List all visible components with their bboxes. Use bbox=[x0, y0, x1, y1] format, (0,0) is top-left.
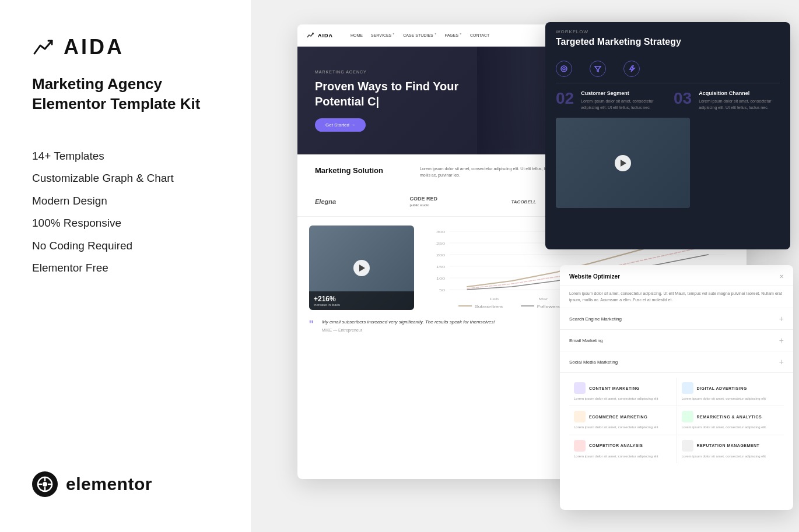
dark-steps: 02 Customer Segment Lorem ipsum dolor si… bbox=[545, 83, 790, 118]
trend-up-icon bbox=[32, 35, 57, 59]
right-panel: WORKFLOW Targeted Marketing Strategy bbox=[251, 0, 799, 532]
expand-icon[interactable]: + bbox=[779, 357, 784, 367]
service-icon-row: CONTENT MARKETING bbox=[574, 382, 672, 394]
nav-logo: AIDA bbox=[307, 33, 333, 38]
svg-point-1 bbox=[43, 482, 47, 487]
white-card-screenshot: Website Optimizer ✕ Lorem ipsum dolor si… bbox=[560, 265, 793, 510]
service-name: REPUTATION MANAGEMENT bbox=[697, 443, 760, 448]
svg-text:50: 50 bbox=[439, 288, 445, 293]
service-item: REPUTATION MANAGEMENT Lorem ipsum dolor … bbox=[677, 435, 784, 463]
service-name: DIGITAL ADVERTISING bbox=[697, 386, 747, 390]
dark-video-thumb bbox=[556, 118, 690, 208]
service-desc: Lorem ipsum dolor sit amet, consectetur … bbox=[682, 425, 780, 429]
white-card-title: Website Optimizer bbox=[569, 273, 620, 280]
brand-logo-codered: CODE REDpublic studio bbox=[410, 196, 438, 207]
nav-logo-text: AIDA bbox=[318, 33, 333, 38]
svg-text:Subscribers: Subscribers bbox=[475, 305, 503, 309]
svg-text:Feb: Feb bbox=[489, 297, 499, 301]
ecommerce-icon bbox=[574, 411, 586, 422]
target-icon bbox=[556, 61, 572, 77]
feature-item: Modern Design bbox=[32, 193, 219, 210]
service-item: REMARKETING & ANALYTICS Lorem ipsum dolo… bbox=[677, 406, 784, 434]
service-icon-row: COMPETITOR ANALYSIS bbox=[574, 440, 672, 452]
hero-content: MARKETING AGENCY Proven Ways to Find You… bbox=[315, 70, 458, 132]
feature-item: Customizable Graph & Chart bbox=[32, 170, 219, 187]
nav-links: HOME SERVICES ˅ CASE STUDIES ˅ PAGES ˅ C… bbox=[351, 33, 489, 38]
service-item: COMPETITOR ANALYSIS Lorem ipsum dolor si… bbox=[569, 435, 677, 463]
service-name: COMPETITOR ANALYSIS bbox=[589, 443, 643, 448]
testimonial-text: My email subscribers increased very sign… bbox=[322, 319, 495, 326]
step-number: 03 bbox=[674, 90, 692, 111]
item-text: Search Engine Marketing bbox=[569, 316, 622, 322]
competitor-icon bbox=[574, 440, 586, 452]
feature-item: 100% Responsive bbox=[32, 215, 219, 232]
service-name: REMARKETING & ANALYTICS bbox=[697, 415, 762, 419]
elementor-icon bbox=[32, 471, 58, 497]
dark-subtitle: WORKFLOW bbox=[556, 29, 780, 34]
svg-text:200: 200 bbox=[436, 253, 445, 258]
service-name: ECOMMERCE MARKETING bbox=[589, 415, 647, 419]
dark-step: 03 Acquisition Channel Lorem ipsum dolor… bbox=[674, 90, 780, 111]
lightning-icon bbox=[623, 61, 640, 77]
nav-pages[interactable]: PAGES ˅ bbox=[445, 33, 462, 38]
dark-icon-item bbox=[623, 61, 640, 77]
services-grid: CONTENT MARKETING Lorem ipsum dolor sit … bbox=[569, 378, 784, 463]
features-list: 14+ Templates Customizable Graph & Chart… bbox=[32, 148, 219, 277]
nav-services[interactable]: SERVICES ˅ bbox=[371, 33, 395, 38]
testimonial-content: My email subscribers increased very sign… bbox=[322, 319, 495, 332]
service-icon-row: ECOMMERCE MARKETING bbox=[574, 411, 672, 422]
video-stat: +216% increase in leads bbox=[309, 291, 414, 310]
elementor-brand: elementor bbox=[32, 471, 219, 497]
step-number: 02 bbox=[556, 90, 574, 111]
nav-home[interactable]: HOME bbox=[351, 33, 363, 38]
feature-item: No Coding Required bbox=[32, 238, 219, 255]
step-title: Acquisition Channel bbox=[699, 90, 780, 96]
service-desc: Lorem ipsum dolor sit amet, consectetur … bbox=[682, 396, 780, 401]
play-button[interactable] bbox=[615, 155, 631, 171]
expand-icon[interactable]: + bbox=[779, 336, 784, 345]
item-text: Social Media Marketing bbox=[569, 360, 618, 365]
svg-text:Followers: Followers bbox=[537, 305, 560, 309]
svg-text:250: 250 bbox=[436, 242, 445, 246]
dark-icons-row bbox=[545, 55, 790, 83]
play-icon bbox=[621, 160, 626, 167]
item-text: Email Marketing bbox=[569, 338, 602, 343]
service-icon-row: REMARKETING & ANALYTICS bbox=[682, 411, 780, 422]
white-card-item: Email Marketing + bbox=[560, 330, 793, 351]
hero-cta-button[interactable]: Get Started → bbox=[315, 118, 366, 132]
dark-header: WORKFLOW Targeted Marketing Strategy bbox=[545, 22, 790, 52]
digital-advertising-icon bbox=[682, 382, 693, 394]
dark-icon-item bbox=[590, 61, 606, 77]
close-icon: ✕ bbox=[779, 273, 784, 280]
nav-contact[interactable]: CONTACT bbox=[470, 33, 489, 38]
testimonial-author: MIKE — Entrepreneur bbox=[322, 328, 495, 332]
feature-item: 14+ Templates bbox=[32, 148, 219, 165]
logo-text: AIDA bbox=[64, 35, 124, 59]
step-text: Lorem ipsum dolor sit amet, consectetur … bbox=[581, 98, 662, 111]
service-desc: Lorem ipsum dolor sit amet, consectetur … bbox=[574, 454, 672, 459]
elementor-name: elementor bbox=[66, 474, 152, 494]
service-icon-row: REPUTATION MANAGEMENT bbox=[682, 440, 780, 452]
hero-title: Proven Ways to Find YourPotential C| bbox=[315, 79, 458, 109]
dark-step: 02 Customer Segment Lorem ipsum dolor si… bbox=[556, 90, 662, 111]
service-item: DIGITAL ADVERTISING Lorem ipsum dolor si… bbox=[677, 378, 784, 406]
white-card-header: Website Optimizer ✕ bbox=[560, 265, 793, 286]
dark-screenshot: WORKFLOW Targeted Marketing Strategy bbox=[545, 22, 790, 249]
product-title: Marketing AgencyElementor Template Kit bbox=[32, 75, 219, 114]
solution-title: Marketing Solution bbox=[315, 166, 408, 178]
svg-text:Mar: Mar bbox=[538, 297, 548, 301]
service-desc: Lorem ipsum dolor sit amet, consectetur … bbox=[574, 396, 672, 401]
play-button[interactable] bbox=[353, 260, 370, 276]
content-marketing-icon bbox=[574, 382, 586, 394]
step-content: Customer Segment Lorem ipsum dolor sit a… bbox=[581, 90, 662, 111]
step-text: Lorem ipsum dolor sit amet, consectetur … bbox=[699, 98, 780, 111]
svg-point-7 bbox=[563, 68, 565, 70]
nav-case-studies[interactable]: CASE STUDIES ˅ bbox=[403, 33, 436, 38]
dark-icon-item bbox=[556, 61, 572, 77]
expand-icon[interactable]: + bbox=[779, 314, 784, 323]
chart-video-thumbnail: +216% increase in leads bbox=[309, 226, 414, 310]
service-item: CONTENT MARKETING Lorem ipsum dolor sit … bbox=[569, 378, 677, 406]
logo-row: AIDA bbox=[32, 35, 219, 59]
logo-area: AIDA Marketing AgencyElementor Template … bbox=[32, 35, 219, 277]
quote-icon: " bbox=[309, 319, 313, 332]
